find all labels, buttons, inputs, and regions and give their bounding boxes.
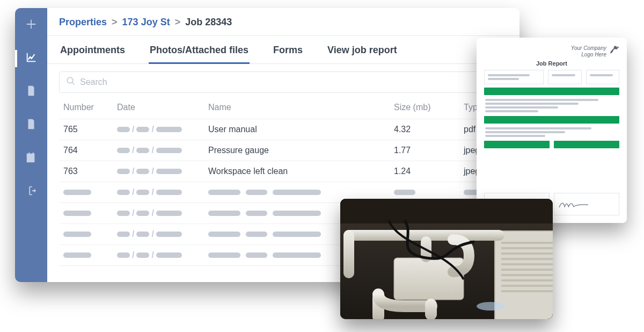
document-icon <box>25 118 37 132</box>
table-row[interactable]: 763//Workspace left clean1.24jpeg <box>59 161 508 182</box>
col-header-name[interactable]: Name <box>204 96 390 119</box>
svg-rect-10 <box>501 279 553 282</box>
report-logo-placeholder: Your Company Logo Here <box>571 45 606 58</box>
tools-icon <box>610 45 619 56</box>
sidebar-item-analytics[interactable] <box>15 48 47 69</box>
search-input[interactable] <box>80 77 501 87</box>
calendar-icon <box>25 151 37 165</box>
sidebar <box>15 8 47 282</box>
search-field[interactable] <box>59 71 508 93</box>
chart-icon <box>25 52 37 66</box>
svg-point-21 <box>477 302 504 311</box>
tab-appointments[interactable]: Appointments <box>59 36 126 63</box>
svg-rect-8 <box>501 269 553 271</box>
plus-icon <box>25 18 37 32</box>
signature-box-right <box>554 193 619 215</box>
breadcrumb: Properties > 173 Joy St > Job 28343 <box>47 8 519 36</box>
svg-rect-17 <box>343 230 354 278</box>
cell-date: // <box>113 119 204 140</box>
tab-view-report[interactable]: View job report <box>326 36 398 63</box>
sidebar-item-calendar[interactable] <box>15 148 47 169</box>
breadcrumb-current: Job 28343 <box>185 17 232 27</box>
tab-photos[interactable]: Photos/Attached files <box>149 36 250 63</box>
cell-size: 4.32 <box>390 119 459 140</box>
cell-number: 763 <box>59 161 113 182</box>
cell-size: 1.24 <box>390 161 459 182</box>
svg-rect-4 <box>501 247 553 249</box>
sidebar-item-logout[interactable] <box>15 181 47 203</box>
sidebar-item-invoices[interactable] <box>15 81 47 103</box>
svg-rect-6 <box>501 258 553 260</box>
breadcrumb-sep: > <box>112 17 118 27</box>
col-header-number[interactable]: Number <box>59 96 113 119</box>
svg-rect-12 <box>501 290 553 292</box>
tab-forms[interactable]: Forms <box>272 36 304 63</box>
cell-name: Pressure gauge <box>204 140 390 161</box>
cell-number: 765 <box>59 119 113 140</box>
breadcrumb-sep: > <box>175 17 181 27</box>
svg-rect-11 <box>501 285 553 287</box>
col-header-size[interactable]: Size (mb) <box>390 96 459 119</box>
attachment-photo <box>340 199 553 319</box>
breadcrumb-address[interactable]: 173 Joy St <box>122 17 170 27</box>
report-title: Job Report <box>484 60 619 67</box>
svg-rect-5 <box>501 252 553 255</box>
svg-rect-7 <box>501 263 553 265</box>
logout-icon <box>25 185 37 199</box>
sidebar-item-documents[interactable] <box>15 114 47 136</box>
svg-rect-14 <box>394 258 464 300</box>
cell-date: // <box>113 161 204 182</box>
svg-rect-13 <box>340 199 553 223</box>
col-header-date[interactable]: Date <box>113 96 204 119</box>
search-icon <box>66 76 76 88</box>
tabs: Appointments Photos/Attached files Forms… <box>47 36 519 64</box>
svg-rect-3 <box>501 242 553 244</box>
cell-date: // <box>113 140 204 161</box>
report-preview-card: Your Company Logo Here Job Report <box>477 38 627 223</box>
breadcrumb-properties[interactable]: Properties <box>59 17 107 27</box>
cell-number: 764 <box>59 140 113 161</box>
cell-name: Workspace left clean <box>204 161 390 182</box>
sidebar-item-add[interactable] <box>15 15 47 36</box>
cell-size: 1.77 <box>390 140 459 161</box>
cell-name: User manual <box>204 119 390 140</box>
svg-rect-9 <box>501 274 553 276</box>
table-row[interactable]: 765//User manual4.32pdf <box>59 119 508 140</box>
invoice-icon <box>25 85 37 99</box>
table-row[interactable]: 764//Pressure gauge1.77jpeg <box>59 140 508 161</box>
table-header-row: Number Date Name Size (mb) Type <box>59 96 508 119</box>
svg-rect-20 <box>425 299 437 319</box>
